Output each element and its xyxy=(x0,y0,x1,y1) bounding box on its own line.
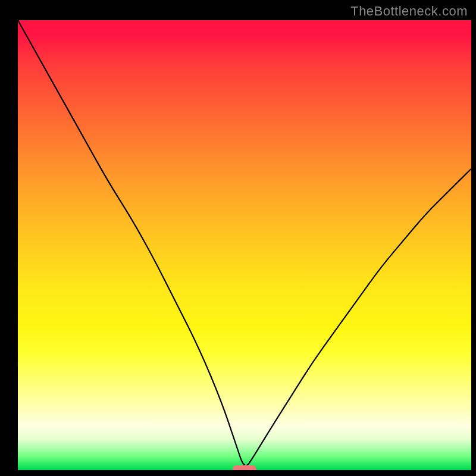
minimum-marker xyxy=(233,465,256,470)
bottleneck-curve xyxy=(18,20,471,470)
chart-plot-area xyxy=(18,20,471,470)
watermark-text: TheBottleneck.com xyxy=(350,4,468,19)
